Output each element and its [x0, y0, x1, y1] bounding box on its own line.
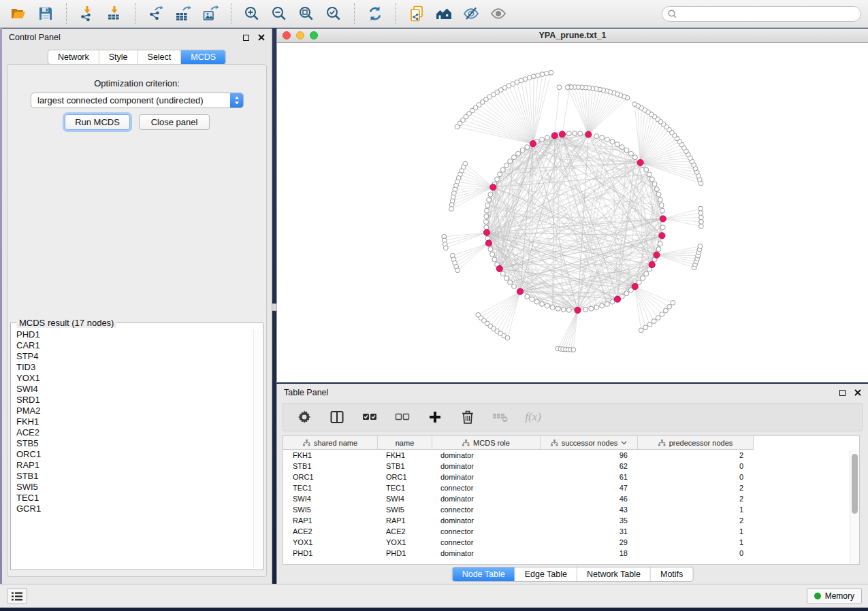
graph-node[interactable] — [455, 125, 460, 129]
mcds-result-list[interactable]: PHD1CAR1STP4TID3YOX1SWI4SRD1PMA2FKH1ACE2… — [12, 329, 253, 568]
graph-node[interactable] — [512, 155, 517, 160]
graph-node[interactable] — [633, 155, 638, 160]
import-table-button[interactable] — [103, 3, 126, 24]
tab-network-table[interactable]: Network Table — [577, 567, 650, 581]
export-table-button[interactable] — [172, 3, 195, 24]
graph-node[interactable] — [444, 246, 449, 250]
graph-node[interactable] — [624, 148, 629, 152]
graph-node[interactable] — [660, 312, 664, 317]
graph-node[interactable] — [639, 328, 643, 333]
graph-node[interactable] — [520, 148, 525, 152]
graph-node[interactable] — [628, 151, 633, 156]
graph-node[interactable] — [644, 167, 649, 172]
mcds-result-item[interactable]: FKH1 — [12, 416, 253, 427]
table-row[interactable]: YOX1YOX1connector291 — [283, 537, 859, 548]
run-mcds-button[interactable]: Run MCDS — [65, 114, 130, 130]
mcds-result-item[interactable]: STP4 — [12, 351, 253, 362]
graph-node[interactable] — [545, 303, 549, 308]
graph-hub-node[interactable] — [614, 296, 620, 302]
graph-node[interactable] — [583, 308, 588, 312]
graph-node[interactable] — [667, 304, 672, 309]
graph-node[interactable] — [490, 252, 495, 257]
add-column-button[interactable] — [426, 408, 444, 427]
mcds-result-item[interactable]: SWI4 — [12, 384, 253, 395]
graph-node[interactable] — [549, 70, 553, 75]
table-row[interactable]: SWI5SWI5connector431 — [283, 504, 859, 515]
graph-hub-node[interactable] — [659, 233, 665, 239]
memory-button[interactable]: Memory — [807, 588, 862, 604]
show-graphics-details-button[interactable] — [487, 3, 510, 24]
graph-node[interactable] — [565, 85, 570, 90]
graph-node[interactable] — [698, 206, 703, 211]
tab-select[interactable]: Select — [138, 50, 181, 64]
graph-node[interactable] — [485, 203, 490, 208]
graph-node[interactable] — [505, 335, 510, 340]
hide-graphics-details-button[interactable] — [460, 3, 483, 24]
graph-node[interactable] — [530, 297, 534, 301]
graph-hub-node[interactable] — [530, 141, 536, 147]
graph-node[interactable] — [610, 299, 615, 304]
network-canvas[interactable] — [277, 43, 868, 382]
graph-node[interactable] — [488, 192, 493, 197]
show-columns-button[interactable] — [328, 408, 346, 427]
graph-node[interactable] — [643, 325, 648, 330]
graph-node[interactable] — [699, 224, 704, 229]
graph-node[interactable] — [516, 151, 521, 156]
mcds-result-item[interactable]: GCR1 — [12, 503, 253, 514]
graph-node[interactable] — [671, 301, 675, 306]
mcds-result-item[interactable]: PHD1 — [12, 329, 253, 340]
save-session-button[interactable] — [34, 3, 57, 24]
column-header-successor-nodes[interactable]: successor nodes — [541, 436, 638, 450]
graph-node[interactable] — [699, 220, 704, 225]
graph-node[interactable] — [632, 102, 637, 107]
graph-node[interactable] — [534, 299, 539, 304]
table-row[interactable]: TEC1TEC1connector472 — [283, 482, 859, 493]
graph-node[interactable] — [658, 197, 662, 202]
graph-node[interactable] — [512, 284, 517, 288]
graph-node[interactable] — [525, 145, 530, 150]
zoom-out-button[interactable] — [268, 3, 291, 24]
open-file-button[interactable] — [7, 3, 30, 24]
graph-node[interactable] — [498, 172, 502, 177]
graph-node[interactable] — [540, 137, 545, 142]
graph-node[interactable] — [594, 134, 599, 139]
task-history-button[interactable] — [7, 588, 27, 604]
deselect-all-button[interactable] — [393, 408, 411, 427]
select-all-button[interactable] — [361, 408, 379, 427]
graph-node[interactable] — [610, 139, 615, 144]
zoom-selected-button[interactable] — [322, 3, 345, 24]
graph-node[interactable] — [495, 177, 500, 182]
scrollbar-thumb[interactable] — [852, 454, 858, 514]
table-row[interactable]: ORC1ORC1dominator610 — [283, 472, 859, 482]
tab-style[interactable]: Style — [99, 50, 138, 64]
mcds-result-item[interactable]: SWI5 — [12, 482, 253, 493]
graph-hub-node[interactable] — [559, 131, 565, 137]
graph-hub-node[interactable] — [575, 307, 581, 313]
tab-motifs[interactable]: Motifs — [650, 567, 692, 581]
graph-node[interactable] — [615, 142, 620, 147]
graph-hub-node[interactable] — [483, 229, 489, 235]
graph-node[interactable] — [508, 280, 513, 285]
graph-node[interactable] — [488, 247, 493, 252]
graph-node[interactable] — [508, 159, 513, 164]
graph-node[interactable] — [504, 276, 509, 280]
graph-node[interactable] — [649, 177, 654, 182]
mcds-result-item[interactable]: STB5 — [12, 438, 253, 449]
graph-hub-node[interactable] — [551, 133, 558, 139]
graph-hub-node[interactable] — [649, 261, 655, 267]
graph-node[interactable] — [594, 305, 599, 310]
graph-node[interactable] — [658, 242, 662, 246]
graph-node[interactable] — [561, 308, 566, 312]
tab-node-table[interactable]: Node Table — [453, 567, 515, 581]
graph-node[interactable] — [492, 257, 497, 262]
graph-node[interactable] — [557, 85, 562, 90]
graph-node[interactable] — [605, 137, 609, 142]
graph-node[interactable] — [624, 291, 629, 296]
table-settings-button[interactable] — [295, 408, 313, 427]
graph-node[interactable] — [485, 208, 489, 213]
graph-node[interactable] — [578, 131, 583, 136]
graph-node[interactable] — [525, 294, 530, 299]
graph-hub-node[interactable] — [632, 284, 638, 290]
graph-node[interactable] — [637, 280, 641, 285]
graph-node[interactable] — [698, 244, 703, 249]
